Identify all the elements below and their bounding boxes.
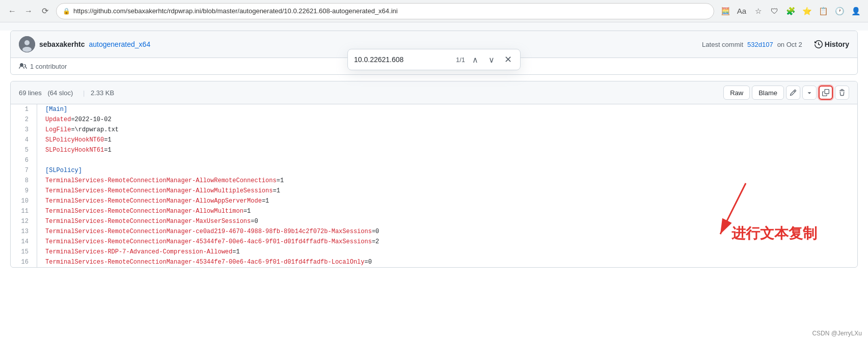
code-line: 6 <box>11 155 857 165</box>
svg-point-2 <box>22 47 32 52</box>
line-content: TerminalServices-RDP-7-Advanced-Compress… <box>37 247 857 257</box>
line-number: 10 <box>11 196 37 206</box>
forward-button[interactable]: → <box>21 4 36 18</box>
shield-button[interactable]: 🛡 <box>767 4 781 18</box>
line-content: SLPolicyHookNT61=1 <box>37 145 857 155</box>
line-content: TerminalServices-RemoteConnectionManager… <box>37 196 857 206</box>
line-content: SLPolicyHookNT60=1 <box>37 135 857 145</box>
line-content: TerminalServices-RemoteConnectionManager… <box>37 237 857 247</box>
extensions2-button[interactable]: 🧩 <box>783 4 798 18</box>
chevron-down-icon-button[interactable] <box>802 86 817 100</box>
favorites-button[interactable]: ☆ <box>751 4 765 18</box>
search-prev-button[interactable]: ∧ <box>469 53 481 66</box>
code-line: 11TerminalServices-RemoteConnectionManag… <box>11 206 857 216</box>
commit-date: on Oct 2 <box>777 41 802 48</box>
contributors-icon <box>19 62 27 70</box>
code-line: 3LogFile=\rdpwrap.txt <box>11 125 857 135</box>
page-content: sebaxakerhtc autogenerated_x64 Latest co… <box>0 31 868 341</box>
line-content: TerminalServices-RemoteConnectionManager… <box>37 226 857 237</box>
search-popup: 1/1 ∧ ∨ ✕ <box>347 49 521 70</box>
code-line: 9TerminalServices-RemoteConnectionManage… <box>11 186 857 196</box>
browser-bar: ← → ⟳ 🔒 https://github.com/sebaxakerhtc/… <box>0 0 868 22</box>
search-input[interactable] <box>354 55 452 64</box>
line-content: TerminalServices-RemoteConnectionManager… <box>37 216 857 226</box>
line-number: 1 <box>11 104 37 115</box>
line-number: 11 <box>11 206 37 216</box>
line-content: Updated=2022-10-02 <box>37 115 857 125</box>
code-line: 15TerminalServices-RDP-7-Advanced-Compre… <box>11 247 857 257</box>
delete-icon-button[interactable] <box>835 86 849 100</box>
url-bar[interactable]: 🔒 https://github.com/sebaxakerhtc/rdpwra… <box>56 3 714 19</box>
url-text: https://github.com/sebaxakerhtc/rdpwrap.… <box>73 7 398 15</box>
line-number: 16 <box>11 257 37 267</box>
search-count: 1/1 <box>456 56 465 64</box>
line-content: LogFile=\rdpwrap.txt <box>37 125 857 135</box>
avatar <box>19 36 35 52</box>
file-meta-right: Latest commit 532d107 on Oct 2 History <box>702 40 849 48</box>
code-line: 2Updated=2022-10-02 <box>11 115 857 125</box>
code-line: 7[SLPolicy] <box>11 165 857 176</box>
sloc-count: (64 sloc) <box>47 89 73 97</box>
history-btn[interactable]: 🕐 <box>832 4 847 18</box>
code-file-box: 69 lines (64 sloc) | 2.33 KB Raw Blame <box>10 81 858 268</box>
line-number: 2 <box>11 115 37 125</box>
line-number: 14 <box>11 237 37 247</box>
line-number: 12 <box>11 216 37 226</box>
line-number: 7 <box>11 165 37 176</box>
code-line: 1[Main] <box>11 104 857 115</box>
extensions-button[interactable]: 🧮 <box>718 4 733 18</box>
line-content: [SLPolicy] <box>37 165 857 176</box>
lines-count: 69 lines <box>19 89 42 97</box>
code-line: 5SLPolicyHookNT61=1 <box>11 145 857 155</box>
raw-button[interactable]: Raw <box>723 86 750 100</box>
copy-raw-button[interactable] <box>819 86 833 100</box>
history-icon <box>815 40 823 48</box>
line-content: TerminalServices-RemoteConnectionManager… <box>37 206 857 216</box>
line-number: 8 <box>11 176 37 186</box>
code-line: 10TerminalServices-RemoteConnectionManag… <box>11 196 857 206</box>
blame-button[interactable]: Blame <box>752 86 784 100</box>
search-close-button[interactable]: ✕ <box>502 53 514 66</box>
csdn-watermark: CSDN @JerryLXu <box>812 330 862 337</box>
code-actions: Raw Blame <box>723 86 849 100</box>
lock-icon: 🔒 <box>63 8 70 15</box>
commit-branch[interactable]: autogenerated_x64 <box>89 40 151 48</box>
star-button[interactable]: ⭐ <box>800 4 814 18</box>
svg-point-1 <box>24 40 30 45</box>
line-number: 13 <box>11 226 37 237</box>
contributor-text: 1 contributor <box>30 63 67 70</box>
header-separator: | <box>83 89 85 97</box>
history-label: History <box>825 40 849 48</box>
collections-button[interactable]: 📋 <box>816 4 830 18</box>
file-meta-left: sebaxakerhtc autogenerated_x64 <box>19 36 150 52</box>
line-content: TerminalServices-RemoteConnectionManager… <box>37 257 857 267</box>
code-line: 4SLPolicyHookNT60=1 <box>11 135 857 145</box>
code-line: 13TerminalServices-RemoteConnectionManag… <box>11 226 857 237</box>
reload-button[interactable]: ⟳ <box>38 4 52 18</box>
back-button[interactable]: ← <box>5 4 19 18</box>
code-file-header: 69 lines (64 sloc) | 2.33 KB Raw Blame <box>11 81 857 104</box>
reader-button[interactable]: Aa <box>735 4 749 18</box>
line-number: 4 <box>11 135 37 145</box>
code-file-info: 69 lines (64 sloc) | 2.33 KB <box>19 89 118 97</box>
line-number: 6 <box>11 155 37 165</box>
code-line: 16TerminalServices-RemoteConnectionManag… <box>11 257 857 267</box>
line-number: 9 <box>11 186 37 196</box>
line-content: TerminalServices-RemoteConnectionManager… <box>37 176 857 186</box>
file-size: 2.33 KB <box>91 89 114 97</box>
commit-prefix: Latest commit <box>702 41 743 48</box>
line-number: 5 <box>11 145 37 155</box>
edit-icon-button[interactable] <box>786 86 800 100</box>
browser-nav-buttons: ← → ⟳ <box>5 4 52 18</box>
line-number: 3 <box>11 125 37 135</box>
code-line: 12TerminalServices-RemoteConnectionManag… <box>11 216 857 226</box>
commit-hash[interactable]: 532d107 <box>747 41 773 48</box>
code-body: 1[Main]2Updated=2022-10-023LogFile=\rdpw… <box>11 104 857 267</box>
line-content: [Main] <box>37 104 857 115</box>
history-link[interactable]: History <box>815 40 849 48</box>
commit-author[interactable]: sebaxakerhtc <box>39 40 85 48</box>
profile-button[interactable]: 👤 <box>849 4 863 18</box>
line-content: TerminalServices-RemoteConnectionManager… <box>37 186 857 196</box>
search-next-button[interactable]: ∨ <box>485 53 498 66</box>
code-line: 14TerminalServices-RemoteConnectionManag… <box>11 237 857 247</box>
